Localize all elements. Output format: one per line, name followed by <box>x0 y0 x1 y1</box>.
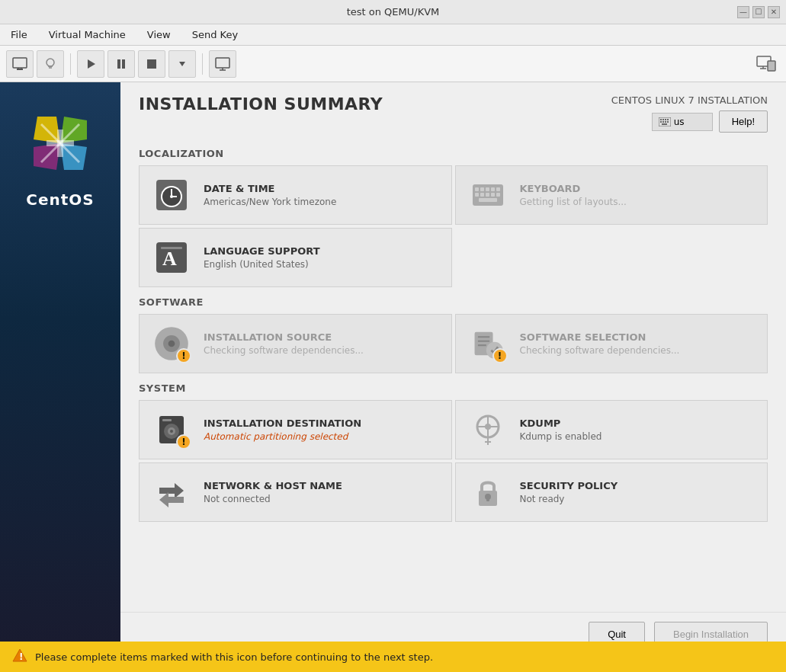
monitor-icon <box>11 56 28 72</box>
svg-rect-41 <box>491 187 495 191</box>
svg-rect-1 <box>17 69 23 70</box>
security-policy-text: SECURITY POLICY Not ready <box>520 480 756 504</box>
stop-button[interactable] <box>138 50 165 78</box>
keyboard-tile-icon <box>468 175 508 215</box>
svg-rect-29 <box>667 121 669 123</box>
window-title: test on QEMU/KVM <box>347 6 440 18</box>
security-policy-tile[interactable]: SECURITY POLICY Not ready <box>455 462 768 522</box>
svg-rect-45 <box>486 193 489 197</box>
network-hostname-tile[interactable]: NETWORK & HOST NAME Not connected <box>139 462 452 522</box>
svg-rect-48 <box>479 198 497 202</box>
software-selection-tile[interactable]: ! SOFTWARE SELECTION Checking software d… <box>455 314 768 373</box>
source-warning-badge: ! <box>176 348 191 363</box>
localization-label: LOCALIZATION <box>139 148 768 159</box>
os-title: CENTOS LINUX 7 INSTALLATION <box>611 94 768 106</box>
keyboard-tile[interactable]: KEYBOARD Getting list of layouts... <box>455 165 768 225</box>
svg-rect-40 <box>486 187 489 191</box>
language-support-icon: A <box>152 238 191 277</box>
kdump-subtitle: Kdump is enabled <box>520 431 756 442</box>
menu-send-key[interactable]: Send Key <box>188 27 242 42</box>
centos-label: CentOS <box>26 190 94 209</box>
svg-rect-47 <box>496 193 500 197</box>
svg-rect-24 <box>665 119 666 120</box>
svg-rect-51 <box>161 247 182 249</box>
keyboard-icon <box>659 117 671 126</box>
language-support-text: LANGUAGE SUPPORT English (United States) <box>204 245 439 270</box>
page-title: INSTALLATION SUMMARY <box>139 94 383 114</box>
stop-icon <box>146 58 158 70</box>
software-selection-title: SOFTWARE SELECTION <box>520 331 756 343</box>
menu-virtual-machine[interactable]: Virtual Machine <box>44 27 130 42</box>
vm-display-icon <box>756 53 777 75</box>
svg-rect-26 <box>660 121 662 123</box>
dropdown-button[interactable] <box>168 50 196 78</box>
display-button[interactable] <box>209 50 236 78</box>
svg-rect-46 <box>491 193 495 197</box>
svg-rect-39 <box>480 187 484 191</box>
date-time-title: DATE & TIME <box>204 183 439 194</box>
window-controls: — ☐ ✕ <box>737 6 780 18</box>
keyboard-input[interactable]: us <box>652 113 713 131</box>
monitor-button[interactable] <box>6 50 34 78</box>
svg-rect-73 <box>486 497 489 501</box>
installation-source-tile[interactable]: ! INSTALLATION SOURCE Checking software … <box>139 314 452 373</box>
network-hostname-text: NETWORK & HOST NAME Not connected <box>204 480 439 504</box>
svg-rect-7 <box>122 59 125 69</box>
svg-rect-6 <box>117 59 120 69</box>
installation-destination-tile[interactable]: ! INSTALLATION DESTINATION Automatic par… <box>139 400 452 459</box>
pause-button[interactable] <box>107 50 135 78</box>
display-icon <box>214 56 231 72</box>
svg-marker-5 <box>88 59 95 69</box>
svg-rect-64 <box>162 419 172 421</box>
svg-point-4 <box>47 59 54 66</box>
close-button[interactable]: ✕ <box>768 6 780 18</box>
svg-rect-14 <box>768 61 775 71</box>
kdump-icon <box>468 410 508 450</box>
menu-file[interactable]: File <box>6 27 32 42</box>
svg-point-36 <box>170 195 173 198</box>
svg-rect-10 <box>216 58 229 68</box>
keyboard-text: KEYBOARD Getting list of layouts... <box>520 183 756 207</box>
svg-rect-25 <box>667 119 669 120</box>
keyboard-title: KEYBOARD <box>520 183 756 194</box>
svg-point-68 <box>485 424 491 430</box>
help-button[interactable]: Help! <box>719 110 768 133</box>
svg-point-63 <box>170 430 173 433</box>
date-time-subtitle: Americas/New York timezone <box>204 197 439 207</box>
installation-source-text: INSTALLATION SOURCE Checking software de… <box>204 331 439 356</box>
bulb-button[interactable] <box>37 50 64 78</box>
maximize-button[interactable]: ☐ <box>752 6 765 18</box>
toolbar <box>0 46 786 82</box>
installation-destination-icon: ! <box>152 410 191 450</box>
date-time-tile[interactable]: DATE & TIME Americas/New York timezone <box>139 165 452 225</box>
installation-source-icon: ! <box>152 324 191 363</box>
language-support-tile[interactable]: A LANGUAGE SUPPORT English (United State… <box>139 228 452 287</box>
warning-bar-icon: ! <box>12 648 27 666</box>
network-hostname-title: NETWORK & HOST NAME <box>204 480 439 491</box>
kdump-title: KDUMP <box>520 418 756 429</box>
sections-container: LOCALIZATION <box>120 139 786 612</box>
language-support-subtitle: English (United States) <box>204 259 439 270</box>
software-grid: ! INSTALLATION SOURCE Checking software … <box>139 314 768 373</box>
svg-marker-9 <box>179 62 185 66</box>
installation-destination-text: INSTALLATION DESTINATION Automatic parti… <box>204 418 439 442</box>
play-button[interactable] <box>77 50 104 78</box>
warning-bar: ! Please complete items marked with this… <box>0 642 786 672</box>
software-warning-badge: ! <box>492 348 508 363</box>
kdump-tile[interactable]: KDUMP Kdump is enabled <box>455 400 768 459</box>
toolbar-separator-2 <box>202 53 203 75</box>
svg-rect-28 <box>665 121 666 123</box>
date-time-text: DATE & TIME Americas/New York timezone <box>204 183 439 207</box>
software-selection-icon: ! <box>468 324 508 363</box>
header-right: CENTOS LINUX 7 INSTALLATION <box>611 94 768 133</box>
minimize-button[interactable]: — <box>737 6 749 18</box>
svg-rect-8 <box>147 59 156 69</box>
keyboard-lang-value: us <box>674 117 685 127</box>
date-time-icon <box>152 175 191 215</box>
content-header: INSTALLATION SUMMARY CENTOS LINUX 7 INST… <box>120 82 786 139</box>
language-support-title: LANGUAGE SUPPORT <box>204 245 439 257</box>
network-hostname-subtitle: Not connected <box>204 494 439 504</box>
svg-point-54 <box>168 341 175 347</box>
svg-rect-22 <box>660 119 662 120</box>
menu-view[interactable]: View <box>143 27 175 42</box>
